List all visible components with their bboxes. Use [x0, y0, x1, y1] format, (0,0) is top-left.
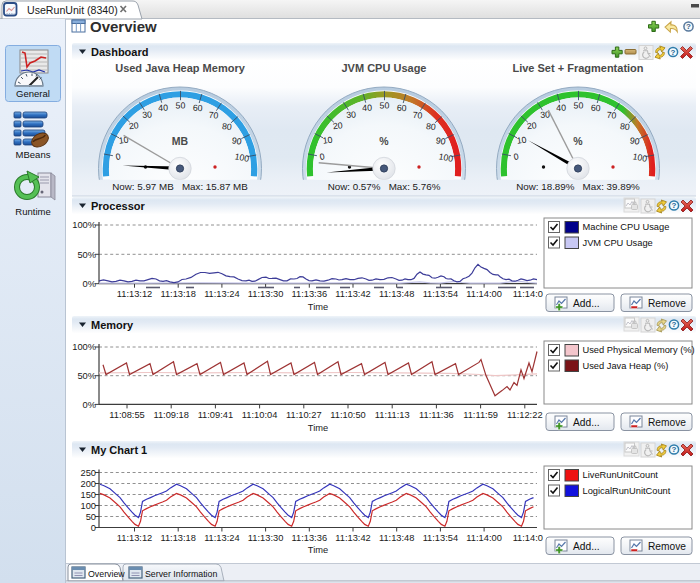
svg-text:150: 150 [80, 490, 96, 500]
svg-text:LogicalRunUnitCount: LogicalRunUnitCount [583, 486, 671, 496]
svg-text:90: 90 [435, 135, 446, 146]
svg-text:30: 30 [142, 109, 153, 120]
svg-text:50: 50 [379, 100, 389, 110]
svg-text:Server Information: Server Information [145, 569, 217, 579]
svg-text:Add...: Add... [573, 417, 600, 428]
svg-text:Time: Time [308, 545, 328, 555]
svg-text:11:13:30: 11:13:30 [248, 533, 284, 543]
svg-text:11:10:04: 11:10:04 [242, 410, 278, 420]
svg-text:60: 60 [193, 103, 203, 113]
svg-text:0: 0 [91, 523, 96, 533]
svg-text:11:14:0: 11:14:0 [513, 533, 543, 543]
svg-text:11:13:18: 11:13:18 [160, 533, 196, 543]
svg-text:40: 40 [556, 103, 566, 113]
svg-text:80: 80 [221, 121, 232, 132]
svg-text:?: ? [686, 22, 691, 31]
svg-text:100: 100 [80, 501, 96, 511]
svg-text:11:11:13: 11:11:13 [375, 410, 410, 420]
svg-text:11:10:50: 11:10:50 [330, 410, 366, 420]
svg-text:Remove: Remove [648, 541, 686, 552]
svg-text:Runtime: Runtime [15, 206, 50, 217]
svg-text:11:13:48: 11:13:48 [379, 533, 415, 543]
svg-text:11:13:12: 11:13:12 [117, 289, 153, 299]
svg-text:Used Java Heap Memory: Used Java Heap Memory [115, 62, 245, 74]
svg-text:11:10:27: 11:10:27 [286, 410, 322, 420]
svg-text:JVM CPU Usage: JVM CPU Usage [342, 62, 427, 74]
svg-text:Remove: Remove [648, 417, 686, 428]
svg-text:Time: Time [308, 423, 328, 433]
svg-text:0%: 0% [83, 279, 96, 289]
svg-text:LiveRunUnitCount: LiveRunUnitCount [583, 470, 659, 480]
svg-text:10: 10 [118, 135, 129, 146]
svg-text:11:13:48: 11:13:48 [379, 289, 415, 299]
svg-text:Now: 5.97 MB Max: 15.87 MB: Now: 5.97 MB Max: 15.87 MB [112, 181, 248, 192]
svg-text:70: 70 [412, 110, 423, 121]
svg-text:11:13:42: 11:13:42 [335, 289, 371, 299]
svg-text:%: % [379, 135, 389, 147]
svg-text:11:08:55: 11:08:55 [109, 410, 145, 420]
svg-text:Dashboard: Dashboard [91, 46, 148, 58]
svg-text:200: 200 [80, 479, 96, 489]
svg-text:Now: 0.57% Max: 5.76%: Now: 0.57% Max: 5.76% [328, 181, 441, 192]
svg-text:Overview: Overview [88, 569, 125, 579]
svg-text:100%: 100% [72, 342, 96, 352]
svg-text:11:13:36: 11:13:36 [292, 533, 328, 543]
svg-text:JVM CPU Usage: JVM CPU Usage [583, 238, 653, 248]
svg-text:50%: 50% [77, 371, 96, 381]
svg-text:General: General [16, 88, 50, 99]
svg-text:11:09:18: 11:09:18 [153, 410, 189, 420]
svg-text:30: 30 [346, 109, 357, 120]
svg-text:0%: 0% [83, 400, 96, 410]
svg-text:90: 90 [231, 135, 242, 146]
svg-text:11:14:0: 11:14:0 [513, 289, 543, 299]
svg-text:Memory: Memory [91, 319, 134, 331]
svg-text:250: 250 [80, 468, 96, 478]
svg-text:Time: Time [308, 302, 328, 312]
svg-text:80: 80 [619, 121, 630, 132]
svg-text:UseRunUnit (8340): UseRunUnit (8340) [27, 4, 118, 16]
svg-text:11:13:54: 11:13:54 [423, 533, 459, 543]
svg-text:50%: 50% [77, 250, 96, 260]
svg-text:80: 80 [425, 121, 436, 132]
svg-text:11:12:22: 11:12:22 [507, 410, 543, 420]
svg-text:Remove: Remove [648, 298, 686, 309]
svg-text:11:13:30: 11:13:30 [248, 289, 284, 299]
svg-text:Machine CPU Usage: Machine CPU Usage [583, 222, 670, 232]
svg-text:Overview: Overview [90, 18, 157, 35]
svg-text:11:09:41: 11:09:41 [198, 410, 234, 420]
svg-text:11:13:36: 11:13:36 [292, 289, 328, 299]
svg-text:70: 70 [208, 110, 219, 121]
svg-text:50: 50 [573, 100, 583, 110]
svg-text:20: 20 [526, 120, 537, 131]
svg-text:60: 60 [591, 103, 601, 113]
svg-text:100%: 100% [72, 220, 96, 230]
svg-text:Add...: Add... [573, 541, 600, 552]
svg-text:?: ? [671, 48, 676, 57]
svg-text:11:14:00: 11:14:00 [466, 289, 502, 299]
svg-text:Add...: Add... [573, 298, 600, 309]
svg-text:40: 40 [158, 103, 168, 113]
svg-text:?: ? [672, 320, 677, 329]
svg-text:40: 40 [362, 103, 372, 113]
svg-text:%: % [573, 135, 583, 147]
svg-text:11:11:36: 11:11:36 [419, 410, 454, 420]
svg-text:11:13:24: 11:13:24 [204, 533, 240, 543]
svg-text:11:13:54: 11:13:54 [423, 289, 459, 299]
svg-text:Used Physical Memory (%): Used Physical Memory (%) [583, 345, 695, 355]
svg-text:70: 70 [606, 110, 617, 121]
svg-text:?: ? [672, 201, 677, 210]
svg-text:My Chart 1: My Chart 1 [91, 444, 147, 456]
svg-text:50: 50 [175, 100, 185, 110]
svg-text:Live Set + Fragmentation: Live Set + Fragmentation [512, 62, 643, 74]
svg-text:20: 20 [128, 120, 139, 131]
svg-text:50: 50 [86, 512, 96, 522]
svg-text:MB: MB [172, 135, 189, 147]
svg-text:Used Java Heap (%): Used Java Heap (%) [583, 361, 669, 371]
svg-text:MBeans: MBeans [16, 149, 51, 160]
svg-text:10: 10 [516, 135, 527, 146]
svg-text:11:13:24: 11:13:24 [204, 289, 240, 299]
svg-text:11:13:18: 11:13:18 [160, 289, 196, 299]
svg-text:10: 10 [322, 135, 333, 146]
svg-text:?: ? [672, 445, 677, 454]
svg-text:11:14:00: 11:14:00 [466, 533, 502, 543]
